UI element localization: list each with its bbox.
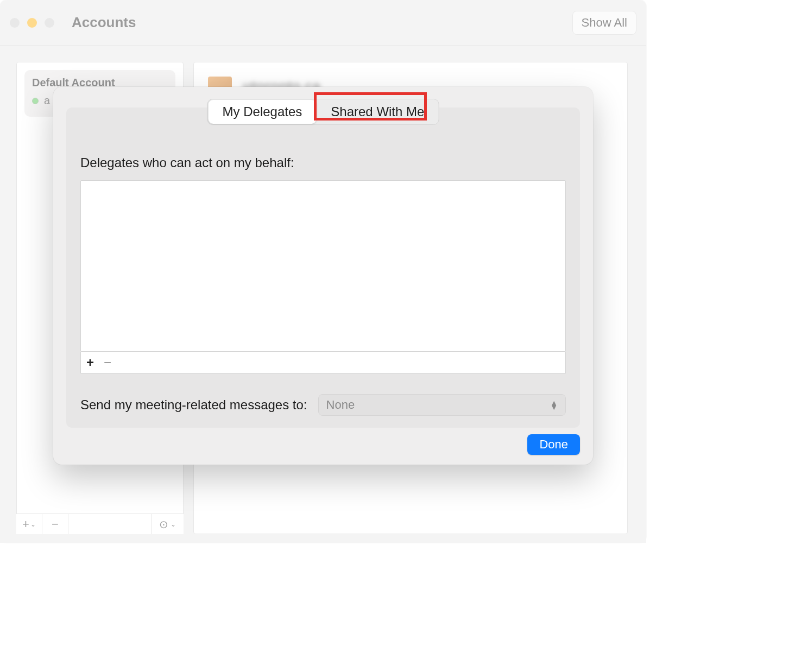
plus-icon: + (22, 517, 29, 531)
zoom-icon[interactable] (45, 18, 54, 28)
tab-my-delegates[interactable]: My Delegates (209, 100, 317, 124)
send-messages-select[interactable]: None ▲▼ (318, 394, 566, 416)
status-dot-icon (32, 98, 39, 104)
delegates-list[interactable] (80, 180, 566, 352)
sheet-inner: Delegates who can act on my behalf: + − … (66, 107, 580, 428)
show-all-button[interactable]: Show All (572, 11, 636, 35)
remove-account-button[interactable]: − (42, 514, 68, 534)
traffic-lights (10, 18, 54, 28)
add-delegate-button[interactable]: + (86, 355, 94, 370)
done-button[interactable]: Done (527, 434, 580, 455)
sheet-tabs: My Delegates Shared With Me (207, 99, 439, 125)
minimize-icon[interactable] (27, 18, 37, 28)
add-account-button[interactable]: +⌄ (16, 514, 42, 534)
minus-icon: − (52, 517, 59, 531)
account-letter: a (44, 94, 50, 107)
remove-delegate-button[interactable]: − (104, 355, 111, 370)
updown-chevron-icon: ▲▼ (550, 401, 558, 409)
titlebar: Accounts Show All (0, 0, 646, 46)
delegates-label: Delegates who can act on my behalf: (80, 155, 566, 170)
window-title: Accounts (72, 14, 136, 31)
ellipsis-icon: ⊙ (159, 518, 168, 531)
chevron-down-icon: ⌄ (30, 521, 36, 528)
chevron-down-icon: ⌄ (171, 521, 176, 528)
sidebar-footer: +⌄ − ⊙⌄ (16, 513, 184, 534)
tab-shared-with-me[interactable]: Shared With Me (317, 99, 438, 124)
select-value: None (326, 398, 355, 412)
send-messages-label: Send my meeting-related messages to: (80, 397, 307, 413)
options-button[interactable]: ⊙⌄ (151, 514, 184, 534)
send-messages-row: Send my meeting-related messages to: Non… (80, 394, 566, 416)
close-icon[interactable] (10, 18, 20, 28)
delegates-list-toolbar: + − (80, 352, 566, 373)
delegates-sheet: Delegates who can act on my behalf: + − … (53, 87, 593, 465)
